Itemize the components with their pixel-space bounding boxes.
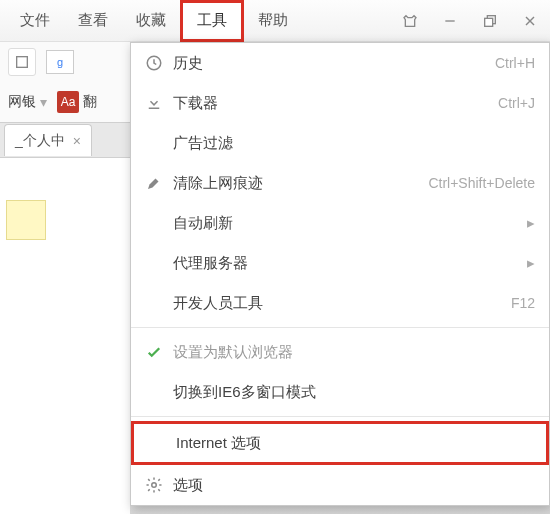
menu-options[interactable]: 选项 [131,465,549,505]
svg-rect-2 [485,18,493,26]
tab-title: _个人中 [15,132,65,150]
brush-icon [141,174,167,192]
menu-auto-refresh[interactable]: 自动刷新 ▸ [131,203,549,243]
menu-view[interactable]: 查看 [64,0,122,41]
chevron-right-icon: ▸ [527,214,535,232]
menu-separator [131,327,549,328]
clock-icon [141,54,167,72]
bookmark-wangyin[interactable]: 网银 ▾ [8,93,47,111]
menu-clear-traces[interactable]: 清除上网痕迹 Ctrl+Shift+Delete [131,163,549,203]
tools-dropdown: 历史 Ctrl+H 下载器 Ctrl+J 广告过滤 清除上网痕迹 Ctrl+Sh… [130,42,550,506]
window-controls [390,0,550,41]
check-icon [141,343,167,361]
download-icon [141,94,167,112]
menu-internet-options[interactable]: Internet 选项 [131,421,549,465]
menu-file[interactable]: 文件 [6,0,64,41]
tab-active[interactable]: _个人中 × [4,124,92,156]
sticky-note [6,200,46,240]
chevron-right-icon: ▸ [527,254,535,272]
menu-downloads[interactable]: 下载器 Ctrl+J [131,83,549,123]
skin-icon[interactable] [390,0,430,41]
menu-separator [131,416,549,417]
svg-rect-7 [149,108,160,110]
close-window-button[interactable] [510,0,550,41]
svg-point-8 [152,483,157,488]
menu-devtools[interactable]: 开发人员工具 F12 [131,283,549,323]
menu-set-default-browser[interactable]: 设置为默认浏览器 [131,332,549,372]
gear-icon [141,476,167,494]
menu-proxy[interactable]: 代理服务器 ▸ [131,243,549,283]
bookmark-translate[interactable]: Aa 翻 [57,91,97,113]
menubar: 文件 查看 收藏 工具 帮助 [0,0,550,42]
minimize-button[interactable] [430,0,470,41]
toolbar-button-generic[interactable] [8,48,36,76]
tab-close-icon[interactable]: × [73,133,81,149]
menu-adblock[interactable]: 广告过滤 [131,123,549,163]
menu-history[interactable]: 历史 Ctrl+H [131,43,549,83]
menu-favorites[interactable]: 收藏 [122,0,180,41]
menu-ie6-mode[interactable]: 切换到IE6多窗口模式 [131,372,549,412]
restore-button[interactable] [470,0,510,41]
google-icon[interactable]: g [46,50,74,74]
svg-rect-5 [17,57,28,68]
translate-icon: Aa [57,91,79,113]
menu-tools[interactable]: 工具 [180,0,244,42]
menu-help[interactable]: 帮助 [244,0,302,41]
